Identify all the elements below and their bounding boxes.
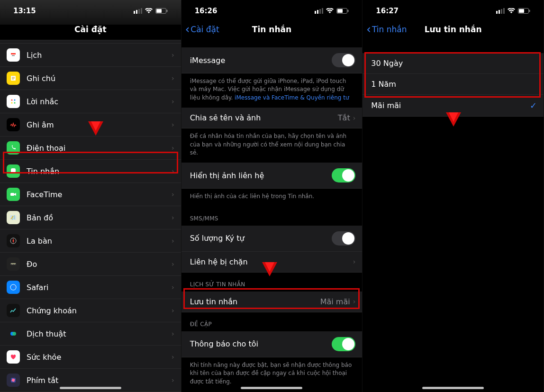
imessage-privacy-link[interactable]: iMessage và FaceTime & Quyền riêng tư — [235, 94, 349, 101]
stocks-icon — [7, 304, 20, 317]
wifi-icon — [145, 8, 153, 14]
row-reminders[interactable]: Lời nhắc › — [0, 90, 181, 113]
toggle-notify-me[interactable] — [332, 337, 355, 351]
signal-icon — [134, 8, 142, 14]
chevron-right-icon: › — [172, 144, 174, 152]
svg-rect-3 — [141, 8, 142, 14]
row-label: Lưu tin nhắn — [190, 297, 320, 306]
svg-rect-40 — [499, 10, 500, 14]
chevron-right-icon: › — [172, 376, 174, 384]
home-indicator[interactable] — [60, 387, 121, 389]
row-notes[interactable]: Ghi chú › — [0, 67, 181, 90]
chevron-right-icon: › — [172, 214, 174, 221]
status-icons — [315, 8, 349, 14]
row-label: Dịch thuật — [27, 329, 172, 338]
row-label: Hiển thị ảnh liên hệ — [190, 171, 332, 180]
measure-icon — [7, 257, 20, 271]
battery-icon — [518, 8, 530, 14]
battery-icon — [155, 8, 168, 14]
back-button[interactable]: ‹ Cài đặt — [185, 24, 219, 35]
phone-keep-messages: 16:27 ‹ Tin nhắn Lưu tin nhắn 30 Ngày1 N… — [363, 0, 544, 392]
battery-icon — [336, 8, 349, 14]
chevron-right-icon: › — [353, 298, 356, 305]
keep-messages-list[interactable]: 30 Ngày1 NămMãi mãi✓ — [363, 53, 544, 117]
back-button[interactable]: ‹ Tin nhắn — [366, 24, 407, 35]
messages-settings-list[interactable]: iMessage iMessage có thể được gửi giữa i… — [181, 47, 363, 392]
svg-rect-33 — [317, 10, 318, 14]
navbar-keep: ‹ Tin nhắn Lưu tin nhắn — [363, 19, 544, 40]
settings-list[interactable]: Lịch › Ghi chú › Lời nhắc › Ghi âm › Điệ… — [0, 40, 181, 392]
chevron-right-icon: › — [172, 283, 174, 291]
svg-rect-18 — [10, 193, 14, 196]
row-safari[interactable]: Safari › — [0, 276, 181, 299]
compass-icon — [7, 234, 20, 247]
toggle-char-count[interactable] — [332, 231, 355, 246]
svg-rect-38 — [348, 10, 349, 12]
back-label: Cài đặt — [190, 25, 219, 34]
svg-rect-42 — [503, 8, 505, 14]
row-share-name-photo[interactable]: Chia sẻ tên và ảnh Tắt › — [181, 108, 363, 128]
calendar-icon — [7, 48, 20, 62]
row-char-count[interactable]: Số lượng Ký tự — [181, 226, 363, 252]
phone-messages-settings: 16:26 ‹ Cài đặt Tin nhắn iMessage iMessa… — [181, 0, 363, 392]
svg-rect-32 — [315, 11, 316, 14]
row-label: Bản đồ — [27, 213, 172, 222]
chevron-right-icon: › — [172, 353, 174, 361]
phone-icon — [7, 141, 20, 155]
row-show-contact-photos[interactable]: Hiển thị ảnh liên hệ — [181, 163, 363, 189]
svg-rect-41 — [501, 9, 502, 14]
chevron-right-icon: › — [172, 330, 174, 337]
row-compass[interactable]: La bàn › — [0, 229, 181, 253]
svg-rect-37 — [337, 9, 343, 13]
row-keep-messages[interactable]: Lưu tin nhắn Mãi mãi › — [181, 292, 363, 312]
list-item[interactable] — [0, 40, 181, 44]
row-imessage[interactable]: iMessage — [181, 47, 363, 73]
svg-point-17 — [14, 102, 16, 104]
navbar-title: Cài đặt — [74, 25, 106, 34]
status-time: 16:27 — [376, 7, 399, 15]
svg-rect-0 — [134, 11, 135, 14]
toggle-show-contact-photos[interactable] — [332, 168, 355, 182]
section-header-sms: SMS/MMS — [181, 207, 363, 226]
row-facetime[interactable]: FaceTime › — [0, 183, 181, 206]
wifi-icon — [326, 8, 334, 14]
chevron-right-icon: › — [172, 51, 174, 59]
row-notify-me[interactable]: Thông báo cho tôi — [181, 331, 363, 357]
signal-icon — [496, 8, 505, 14]
option-label: 1 Năm — [371, 80, 537, 89]
row-phone[interactable]: Điện thoại › — [0, 137, 181, 160]
row-label: Safari — [27, 283, 172, 292]
svg-rect-35 — [322, 8, 323, 14]
home-indicator[interactable] — [241, 387, 302, 389]
navbar-messages: ‹ Cài đặt Tin nhắn — [181, 19, 363, 40]
navbar-settings: Cài đặt — [0, 19, 181, 40]
svg-rect-39 — [496, 11, 498, 14]
chevron-right-icon: › — [172, 307, 174, 314]
option-row[interactable]: 30 Ngày — [363, 53, 544, 74]
phone-settings: 13:15 Cài đặt Lịch › Ghi chú › Lời nhắc … — [0, 0, 181, 392]
safari-icon — [7, 281, 20, 294]
row-maps[interactable]: Bản đồ › — [0, 206, 181, 229]
row-label: Chia sẻ tên và ảnh — [190, 113, 338, 122]
row-stocks[interactable]: Chứng khoán › — [0, 299, 181, 322]
svg-point-15 — [14, 100, 16, 101]
option-label: Mãi mãi — [371, 101, 530, 110]
home-indicator[interactable] — [422, 387, 484, 389]
row-label: Lời nhắc — [27, 97, 172, 106]
arrow-indicator-icon — [446, 112, 461, 127]
row-messages[interactable]: Tin nhắn › — [0, 160, 181, 183]
svg-point-29 — [12, 332, 16, 336]
status-icons — [496, 8, 530, 14]
arrow-indicator-icon — [262, 262, 277, 276]
chevron-right-icon: › — [172, 98, 174, 105]
row-label: iMessage — [190, 56, 332, 65]
row-calendar[interactable]: Lịch › — [0, 44, 181, 67]
row-label: Lịch — [27, 51, 172, 60]
option-row[interactable]: 1 Năm — [363, 74, 544, 95]
row-health[interactable]: Sức khỏe › — [0, 346, 181, 369]
footer-text: Hiển thị ảnh của các liên hệ trong Tin n… — [181, 189, 363, 206]
row-translate[interactable]: Dịch thuật › — [0, 322, 181, 346]
svg-rect-1 — [136, 10, 137, 14]
row-measure[interactable]: Đo › — [0, 253, 181, 276]
toggle-imessage[interactable] — [332, 53, 355, 67]
